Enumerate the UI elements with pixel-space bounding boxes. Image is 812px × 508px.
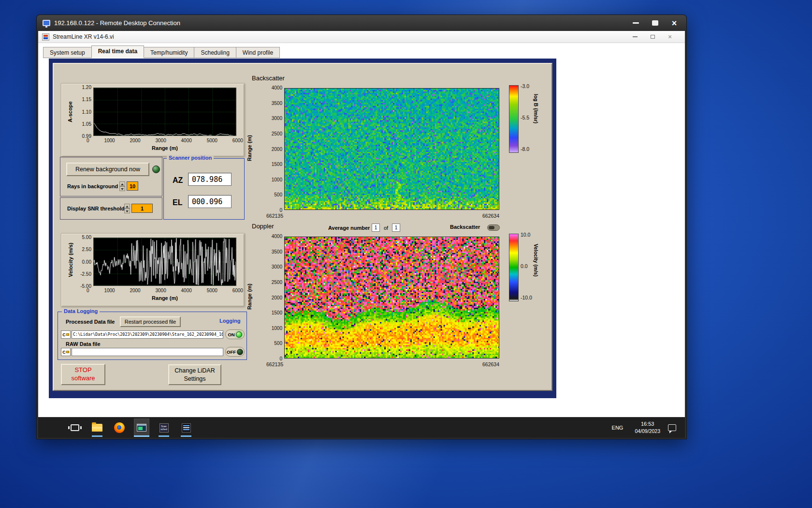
stop-software-button[interactable]: STOP software: [61, 364, 105, 385]
rdp-title: 192.168.0.122 - Remote Desktop Connectio…: [54, 19, 180, 27]
data-logging-groupbox: Data Logging Processed Data file Restart…: [58, 312, 247, 360]
app-restore-button[interactable]: [646, 32, 659, 41]
scanner-position-title: Scanner position: [167, 155, 214, 161]
tab-temp-humidity[interactable]: Temp/humidity: [144, 47, 194, 58]
average-total-field[interactable]: 1: [392, 224, 400, 232]
snr-groupbox: Display SNR threshold 1: [60, 197, 162, 220]
processed-drive-selector[interactable]: C: [61, 330, 71, 339]
x-tick: 3000: [156, 288, 166, 293]
tab-real-time-data[interactable]: Real time data: [91, 45, 144, 58]
stop-line1: STOP: [74, 366, 91, 374]
of-label: of: [384, 225, 388, 231]
rdp-titlebar[interactable]: 192.168.0.122 - Remote Desktop Connectio…: [37, 15, 686, 31]
x-tick: 4000: [181, 138, 192, 143]
close-icon: [668, 33, 672, 40]
firefox-button[interactable]: [112, 418, 127, 437]
app-titlebar[interactable]: StreamLine XR v14-6.vi: [38, 31, 685, 43]
rdp-close-button[interactable]: [667, 18, 682, 28]
snr-spinner[interactable]: [124, 204, 130, 213]
el-label: EL: [173, 198, 182, 207]
app-title: StreamLine XR v14-6.vi: [53, 33, 114, 40]
x-tick: 4000: [181, 288, 192, 293]
x-tick: 0: [87, 288, 89, 293]
doppler-colorbar: [509, 234, 519, 301]
ascope-plot: [93, 88, 236, 136]
tab-wind-profile[interactable]: Wind profile: [236, 47, 280, 58]
running-indicator: [159, 435, 169, 437]
scan-scheduler-icon: Scan sched: [160, 423, 169, 433]
doppler-plot: [284, 237, 499, 359]
app-minimize-button[interactable]: [629, 32, 641, 41]
task-view-button[interactable]: [67, 418, 83, 437]
streamline-app-button[interactable]: [134, 418, 149, 437]
backscatter-y-axis-label: Range (m): [246, 131, 252, 165]
colorbar-tick: -3.0: [521, 83, 529, 89]
y-tick: 0: [279, 356, 282, 361]
rdp-maximize-button[interactable]: [648, 18, 662, 28]
colorbar-tick: 0.0: [521, 263, 528, 269]
action-center-icon[interactable]: [668, 424, 676, 431]
logging-on-led: [236, 331, 242, 338]
taskbar: Scan sched ENG 16:53 04/09/2023: [38, 418, 685, 438]
tab-scheduling[interactable]: Scheduling: [194, 47, 236, 58]
x-tick: 1000: [104, 138, 115, 143]
y-tick: 3500: [272, 249, 282, 254]
firefox-icon: [114, 422, 125, 433]
date: 04/09/2023: [635, 428, 660, 434]
tab-bar: System setup Real time data Temp/humidit…: [43, 45, 685, 58]
y-tick: 3000: [272, 116, 282, 121]
app-close-button[interactable]: [664, 32, 676, 41]
x-tick: 5000: [207, 288, 218, 293]
y-tick: 500: [274, 192, 282, 197]
language-indicator[interactable]: ENG: [608, 422, 627, 433]
renew-background-button[interactable]: Renew background now: [66, 163, 149, 176]
x-tick: 2000: [130, 138, 140, 143]
backscatter-y-ticks: 4000 3500 3000 2500 2000 1500 1000 500 0: [265, 85, 282, 213]
rays-spinner[interactable]: [119, 181, 125, 191]
az-value-field[interactable]: 078.986: [188, 173, 232, 186]
data-logging-title: Data Logging: [62, 308, 100, 314]
data-files-icon: [182, 423, 191, 433]
backscatter-colorbar: [509, 85, 519, 153]
change-lidar-settings-button[interactable]: Change LiDAR Settings: [168, 364, 221, 385]
processed-logging-toggle[interactable]: ON: [225, 329, 245, 339]
velocity-x-ticks: 0 1000 2000 3000 4000 5000 6000: [87, 288, 243, 293]
data-files-button[interactable]: [178, 418, 194, 437]
tab-system-setup[interactable]: System setup: [43, 47, 92, 58]
colorbar-tick: -5.5: [521, 115, 529, 120]
y-tick: 4000: [272, 234, 282, 239]
backscatter-toggle-label: Backscatter: [450, 224, 480, 230]
rays-value-field[interactable]: 10: [127, 181, 138, 191]
y-tick: 2000: [272, 295, 282, 300]
colorbar-tick: 10.0: [521, 232, 530, 238]
az-label: AZ: [173, 176, 183, 185]
running-indicator: [181, 435, 191, 437]
raw-drive-selector[interactable]: C: [61, 348, 71, 356]
clock[interactable]: 16:53 04/09/2023: [635, 420, 660, 434]
x-tick: 0: [87, 138, 89, 143]
rdp-minimize-button[interactable]: [628, 18, 643, 28]
raw-logging-toggle[interactable]: OFF: [225, 347, 245, 357]
scanner-position-groupbox: Scanner position AZ 078.986 EL 000.096: [163, 158, 245, 220]
change-line2: Settings: [184, 375, 205, 383]
scan-scheduler-button[interactable]: Scan sched: [156, 418, 172, 437]
snr-value-field[interactable]: 1: [131, 204, 153, 213]
restart-processed-file-button[interactable]: Restart processed file: [120, 316, 181, 327]
backscatter-display-toggle[interactable]: [487, 224, 500, 231]
velocity-y-ticks: 5.00 2.50 0.00 -2.50 -5.00: [73, 235, 91, 289]
colorbar-tick: -8.0: [521, 146, 529, 152]
y-tick: 1000: [272, 326, 282, 331]
ascope-chart: A-scope 1.20 1.15 1.10 1.05 0.99 0 1000 …: [61, 83, 245, 157]
raw-path-field[interactable]: [72, 348, 223, 356]
average-number-label: Average number: [328, 225, 370, 231]
average-number-field[interactable]: 1: [372, 224, 380, 232]
processed-path-field[interactable]: C:\Lidar\Data\Proc\2023\202309\20230904\…: [72, 330, 223, 339]
task-view-icon: [71, 424, 79, 431]
y-tick: 1.15: [82, 97, 91, 102]
doppler-title: Doppler: [252, 223, 274, 230]
restore-icon: [651, 35, 655, 39]
y-tick: 0: [279, 208, 282, 213]
file-explorer-button[interactable]: [89, 418, 105, 437]
doppler-y-ticks: 4000 3500 3000 2500 2000 1500 1000 500 0: [265, 234, 282, 361]
el-value-field[interactable]: 000.096: [188, 195, 232, 208]
